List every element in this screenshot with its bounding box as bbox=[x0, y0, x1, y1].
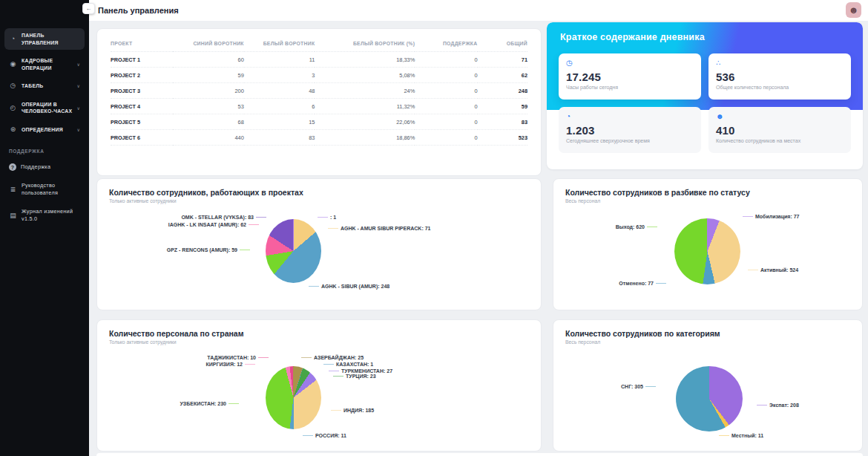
stat-tile-work-hours: ◷ 17.245 Часы работы сегодня bbox=[559, 53, 701, 100]
pie-label: ИНДИЯ: 185 bbox=[331, 408, 374, 413]
leader-line bbox=[303, 435, 313, 436]
leader-line bbox=[256, 217, 266, 218]
pie-label: Экспат: 208 bbox=[757, 403, 799, 408]
pie-label: КАЗАХСТАН: 1 bbox=[323, 362, 373, 367]
cell-project: PROJECT 2 bbox=[111, 68, 173, 83]
column-header: БЕЛЫЙ ВОРОТНИК bbox=[244, 36, 315, 52]
cell: 48 bbox=[244, 83, 315, 99]
pie-chart-projects[interactable] bbox=[266, 219, 321, 283]
stat-caption: Сегодняшнее сверхурочное время bbox=[566, 138, 694, 143]
cell-project: PROJECT 5 bbox=[111, 114, 173, 130]
sidebar-item-user-guide[interactable]: ≣ Руководство пользователя bbox=[4, 178, 85, 201]
sidebar-item-label: ПАНЕЛЬ УПРАВЛЕНИЯ bbox=[22, 32, 80, 46]
cell: 24% bbox=[315, 83, 415, 99]
cell-total: 59 bbox=[478, 99, 527, 114]
cell-project: PROJECT 4 bbox=[111, 99, 173, 114]
projects-table-card: ПРОЕКТ СИНИЙ ВОРОТНИК БЕЛЫЙ ВОРОТНИК БЕЛ… bbox=[96, 28, 542, 176]
sidebar-collapse-button[interactable]: ← bbox=[82, 3, 95, 14]
cell: 0 bbox=[415, 114, 477, 130]
stat-caption: Количество сотрудников на местах bbox=[716, 138, 844, 143]
cell-total: 62 bbox=[478, 68, 527, 83]
pie-chart-countries[interactable] bbox=[266, 366, 321, 429]
cell: 60 bbox=[173, 52, 244, 68]
cell: 68 bbox=[173, 114, 244, 130]
dashboard-icon: ◔ bbox=[9, 36, 17, 42]
pie-label: КИРГИЗИЯ: 12 bbox=[206, 362, 255, 367]
sidebar-item-changelog[interactable]: ▤ Журнал изменений v1.5.0 bbox=[4, 204, 85, 227]
sidebar-nav: ◔ ПАНЕЛЬ УПРАВЛЕНИЯ ◉ КАДРОВЫЕ ОПЕРАЦИИ … bbox=[0, 0, 89, 137]
leader-line bbox=[249, 224, 259, 225]
cell: 0 bbox=[415, 68, 477, 83]
avatar[interactable]: ☻ bbox=[846, 2, 861, 18]
sidebar-item-dashboard[interactable]: ◔ ПАНЕЛЬ УПРАВЛЕНИЯ bbox=[4, 28, 85, 50]
chevron-down-icon: ∨ bbox=[77, 105, 80, 111]
sidebar-item-label: ТАБЕЛЬ bbox=[22, 82, 44, 90]
team-icon: ∴ bbox=[716, 59, 844, 67]
leader-line bbox=[245, 364, 255, 365]
leader-line bbox=[647, 227, 657, 227]
chart-subtitle: Весь персонал bbox=[565, 339, 862, 345]
leader-line bbox=[645, 386, 656, 387]
cell: 83 bbox=[244, 130, 315, 146]
pie-label: AGHK - SIBUR (AMUR): 248 bbox=[309, 284, 389, 289]
column-header: ПРОЕКТ bbox=[111, 36, 173, 52]
sidebar-support-nav: ? Поддержка ≣ Руководство пользователя ▤… bbox=[0, 160, 89, 227]
sidebar-item-definitions[interactable]: ⊛ ОПРЕДЕЛЕНИЯ ∨ bbox=[4, 123, 85, 137]
stat-value: 536 bbox=[716, 71, 844, 83]
cell: 22,06% bbox=[315, 114, 415, 130]
cell: 0 bbox=[415, 52, 477, 68]
cell: 15 bbox=[244, 114, 315, 130]
question-icon: ? bbox=[9, 163, 16, 171]
pie-chart-status[interactable] bbox=[674, 218, 740, 284]
overtime-clock-icon: ◔ bbox=[566, 113, 694, 120]
table-row: PROJECT 64408318,86%0523 bbox=[111, 130, 527, 146]
cell-total: 71 bbox=[478, 52, 527, 68]
cell: 6 bbox=[244, 99, 315, 114]
chart-subtitle: Только активные сотрудники bbox=[109, 198, 541, 203]
stat-value: 410 bbox=[716, 124, 844, 137]
stat-value: 1.203 bbox=[566, 124, 694, 137]
sidebar-item-manhour-operations[interactable]: ◴ ОПЕРАЦИИ В ЧЕЛОВЕКО-ЧАСАХ ∨ bbox=[4, 97, 85, 119]
pie-label: ТУРЦИЯ: 23 bbox=[333, 374, 376, 379]
pie-label: ТУРКМЕНИСТАН: 27 bbox=[329, 368, 392, 374]
sidebar-item-label: Руководство пользователя bbox=[22, 182, 80, 197]
pie-chart-categories[interactable] bbox=[676, 366, 743, 431]
chart-card-employees-by-category: Количество сотрудников по категориям Вес… bbox=[553, 319, 863, 452]
chart-title: Количество персонала по странам bbox=[109, 329, 541, 338]
column-header: ОБЩИЙ bbox=[478, 36, 527, 52]
cell: 11 bbox=[244, 52, 315, 68]
leader-line bbox=[228, 403, 239, 404]
cell: 200 bbox=[173, 83, 244, 99]
cell: 11,32% bbox=[315, 99, 415, 114]
pie-label: GPZ - RENCONS (AMUR): 59 bbox=[167, 247, 250, 253]
cell: 0 bbox=[415, 130, 477, 146]
top-header: Панель управления ☻ bbox=[89, 0, 868, 21]
summary-title: Краткое содержание дневника bbox=[560, 32, 705, 42]
sidebar-item-hr-operations[interactable]: ◉ КАДРОВЫЕ ОПЕРАЦИИ ∨ bbox=[4, 53, 85, 75]
page-title: Панель управления bbox=[98, 6, 179, 15]
leader-line bbox=[333, 376, 343, 377]
sidebar-item-support[interactable]: ? Поддержка bbox=[4, 160, 85, 175]
chevron-down-icon: ∨ bbox=[77, 127, 80, 132]
sidebar-item-timesheet[interactable]: ◷ ТАБЕЛЬ ∨ bbox=[4, 79, 85, 94]
chevron-down-icon: ∨ bbox=[77, 83, 80, 88]
leader-line bbox=[719, 435, 729, 436]
stat-caption: Общее количество персонала bbox=[716, 85, 844, 90]
chart-subtitle: Только активные сотрудники bbox=[109, 339, 541, 345]
person-icon: ☻ bbox=[849, 4, 859, 16]
pie-label: СНГ: 305 bbox=[621, 384, 656, 389]
pie-label: ТАДЖИКИСТАН: 10 bbox=[207, 355, 269, 360]
stat-tile-total-personnel: ∴ 536 Общее количество персонала bbox=[708, 53, 851, 100]
cell: 3 bbox=[244, 68, 315, 83]
column-header: БЕЛЫЙ ВОРОТНИК (%) bbox=[315, 36, 415, 52]
sidebar-item-label: Журнал изменений v1.5.0 bbox=[22, 208, 80, 223]
pie-label: УЗБЕКИСТАН: 230 bbox=[180, 401, 239, 406]
pie-label: Мобилизация: 77 bbox=[743, 214, 800, 219]
cell-total: 523 bbox=[478, 130, 527, 146]
gear-icon: ⊛ bbox=[9, 126, 17, 133]
next-card-top-edge bbox=[96, 453, 863, 456]
leader-line bbox=[757, 405, 767, 405]
cell-project: PROJECT 3 bbox=[111, 83, 173, 99]
projects-table: ПРОЕКТ СИНИЙ ВОРОТНИК БЕЛЫЙ ВОРОТНИК БЕЛ… bbox=[111, 36, 527, 146]
pie-label: АЗЕРБАЙДЖАН: 25 bbox=[301, 355, 364, 360]
